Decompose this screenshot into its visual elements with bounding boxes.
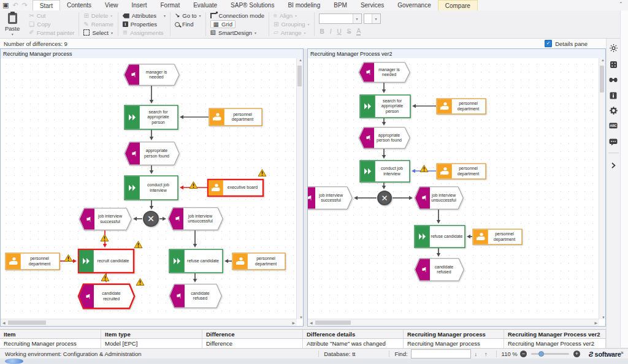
cut-button[interactable]: ✂Cut <box>29 12 74 20</box>
diagram-canvas-left[interactable]: ⚑manager is neededsearch for appropriate… <box>1 58 297 319</box>
node-org[interactable]: personnel department <box>232 252 286 270</box>
node-event[interactable]: ⚑manager is needed <box>358 62 410 83</box>
node-org[interactable]: personnel department <box>472 229 523 245</box>
details-pane-checkbox[interactable]: ✓ <box>545 40 552 47</box>
arrange-button[interactable]: ▱Arrange▾ <box>274 29 310 36</box>
node-function[interactable]: refuse candidate <box>169 249 223 273</box>
node-org[interactable]: personnel department <box>436 163 486 180</box>
grouping-button[interactable]: ⊞Grouping▾ <box>274 21 310 28</box>
tab-insert[interactable]: Insert <box>125 0 154 10</box>
zoom-slider[interactable] <box>531 353 569 355</box>
font-size-select[interactable]: ▾ <box>364 13 381 24</box>
table-row[interactable]: Recruiting Manager processModel [EPC]Dif… <box>0 339 606 348</box>
find-next-icon[interactable]: ↓ <box>471 351 481 357</box>
tab-view[interactable]: View <box>98 0 125 10</box>
rename-button[interactable]: ✎Rename <box>83 21 113 28</box>
node-event[interactable]: ⚑job interview unsuccessful <box>167 207 223 230</box>
properties-button[interactable]: iProperties <box>123 21 166 28</box>
strikethrough-button[interactable]: S <box>347 28 351 35</box>
taskbar-logo-sliver <box>5 358 23 364</box>
zoom-in-button[interactable]: + <box>573 351 580 357</box>
horizontal-scroll-thumb[interactable] <box>8 320 46 325</box>
paste-button[interactable]: Paste ▾ <box>0 10 25 38</box>
horizontal-scrollbar[interactable]: ◀▶ <box>308 319 599 326</box>
font-family-select[interactable]: ▾ <box>319 13 362 24</box>
node-label: appropriate person found <box>375 127 404 149</box>
node-function[interactable]: conduct job interview <box>359 160 410 183</box>
underline-button[interactable]: U <box>337 28 342 35</box>
zoom-out-button[interactable]: − <box>520 351 527 357</box>
binoculars-icon[interactable] <box>609 75 618 84</box>
goto-button[interactable]: ↘Go to▾ <box>175 12 201 20</box>
tab-governance[interactable]: Governance <box>391 0 437 10</box>
grid-button[interactable]: ▦Grid <box>210 21 264 28</box>
chevron-down-icon: ▾ <box>12 32 13 36</box>
find-input[interactable] <box>411 349 471 358</box>
vertical-scrollbar[interactable]: ▲▼ <box>599 58 605 319</box>
horizontal-scrollbar[interactable]: ◀▶ <box>1 319 297 326</box>
node-event[interactable]: ⚑job interview successful <box>308 186 353 210</box>
align-button[interactable]: ≡Align▾ <box>274 12 310 20</box>
delete-button[interactable]: ⊞Delete▾ <box>83 12 113 20</box>
diagram-canvas-right[interactable]: ⚑manager is neededsearch for appropriate… <box>308 58 599 319</box>
node-function[interactable]: refuse candidate <box>414 225 465 248</box>
tab-format[interactable]: Format <box>154 0 187 10</box>
node-function[interactable]: search for appropriate person <box>124 105 178 130</box>
tab-contents[interactable]: Contents <box>60 0 98 10</box>
gear-icon[interactable] <box>609 106 618 115</box>
connection-mode-button[interactable]: Connection mode <box>210 12 264 20</box>
font-color-button[interactable]: A <box>356 28 361 36</box>
save-icon[interactable]: ▣ <box>2 2 9 9</box>
info-icon[interactable] <box>609 91 618 100</box>
copy-button[interactable]: ❏Copy <box>29 21 74 28</box>
node-function[interactable]: conduct job interview <box>124 175 178 200</box>
chevron-right-icon[interactable] <box>609 161 618 170</box>
node-event[interactable]: ⚑job interview successful <box>78 208 132 230</box>
node-event-diff[interactable]: ⚑candidate recruited <box>78 284 135 309</box>
undo-icon[interactable]: ↶ <box>12 2 18 9</box>
smartdesign-button[interactable]: ▧SmartDesign▾ <box>210 29 264 36</box>
node-org[interactable]: personnel department <box>5 252 60 270</box>
select-button[interactable]: Select▾ <box>83 29 113 36</box>
vertical-scrollbar[interactable]: ▲▼ <box>296 58 303 319</box>
vertical-scroll-thumb[interactable] <box>600 66 604 93</box>
collapse-ribbon-button[interactable]: ˆ <box>614 0 628 10</box>
zoom-slider-knob[interactable] <box>538 351 544 357</box>
sun-icon[interactable] <box>609 44 618 52</box>
find-previous-icon[interactable]: ↑ <box>481 351 491 357</box>
xor-connector[interactable]: ✕ <box>143 211 159 227</box>
tab-services[interactable]: Services <box>354 0 391 10</box>
xor-connector[interactable]: ✕ <box>377 191 392 205</box>
node-org[interactable]: personnel department <box>436 98 486 115</box>
node-event[interactable]: ⚑candidate refused <box>169 284 222 308</box>
node-org[interactable]: personnel department <box>209 108 262 126</box>
node-label: manager is needed <box>140 64 173 86</box>
tab-bi-modeling[interactable]: BI modeling <box>281 0 327 10</box>
tab-compare[interactable]: Compare <box>438 0 478 10</box>
node-label: job interview unsuccessful <box>431 186 457 210</box>
format-painter-button[interactable]: ✐Format painter <box>29 29 74 36</box>
tab-sap-solutions[interactable]: SAP® Solutions <box>224 0 281 10</box>
node-event[interactable]: ⚑manager is needed <box>123 64 180 86</box>
assignments-button[interactable]: ≣Assignments <box>123 29 166 36</box>
node-event[interactable]: ⚑candidate refused <box>414 258 464 281</box>
node-event[interactable]: ⚑appropriate person found <box>124 142 180 165</box>
horizontal-scroll-thumb[interactable] <box>315 320 351 325</box>
dice-icon[interactable] <box>609 60 618 69</box>
node-org-diff[interactable]: executive board <box>207 179 264 197</box>
tab-start[interactable]: Start <box>33 0 60 10</box>
abc-icon[interactable]: ABC <box>609 121 618 130</box>
find-button[interactable]: Find <box>175 21 201 28</box>
vertical-scroll-thumb[interactable] <box>297 66 302 86</box>
node-function[interactable]: search for appropriate person <box>359 94 411 118</box>
attributes-button[interactable]: Attributes▾ <box>123 12 166 20</box>
tab-evaluate[interactable]: Evaluate <box>186 0 224 10</box>
node-event[interactable]: ⚑job interview unsuccessful <box>414 186 464 210</box>
node-function-diff[interactable]: recruit candidate <box>78 249 134 273</box>
bold-button[interactable]: B <box>320 28 324 35</box>
tab-bpm[interactable]: BPM <box>327 0 354 10</box>
comment-icon[interactable] <box>609 138 618 146</box>
node-event[interactable]: ⚑appropriate person found <box>358 127 410 149</box>
italic-button[interactable]: I <box>330 28 332 35</box>
redo-icon[interactable]: ↷ <box>22 2 28 9</box>
